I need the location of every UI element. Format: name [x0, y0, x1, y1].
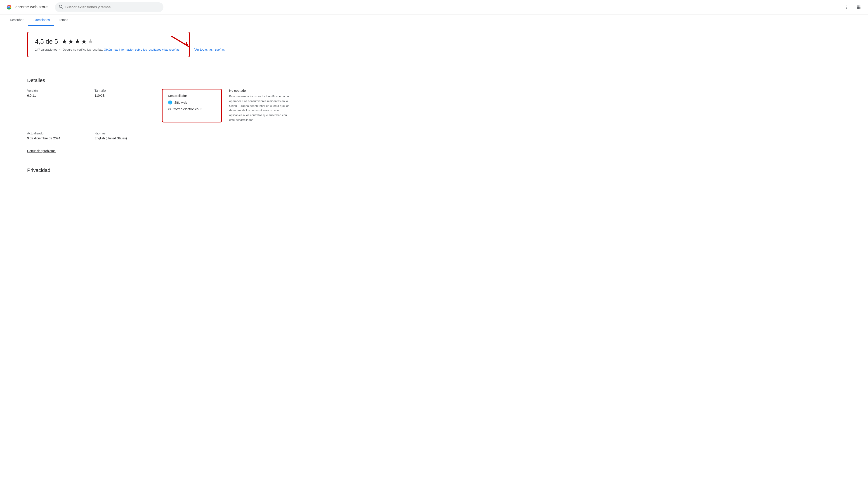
developer-title: Desarrollador	[168, 94, 216, 98]
mail-icon: ✉	[168, 107, 171, 111]
languages-item: Idiomas English (United States)	[94, 131, 155, 140]
details-grid-2: Actualizado 9 de diciembre de 2024 Idiom…	[27, 131, 289, 140]
svg-point-2	[8, 6, 10, 8]
svg-point-5	[846, 5, 847, 6]
version-label: Versión	[27, 89, 87, 92]
updated-item: Actualizado 9 de diciembre de 2024	[27, 131, 87, 140]
main-content: 4,5 de 5 ★ ★ ★ ★ ★ 147 valoraciones • Go…	[0, 26, 316, 179]
svg-rect-13	[860, 7, 860, 8]
denunciar-link[interactable]: Denunciar problema	[27, 149, 56, 153]
more-options-button[interactable]	[843, 3, 851, 11]
no-operator-title: No operador	[229, 89, 289, 92]
divider-1	[27, 70, 289, 70]
svg-rect-10	[860, 5, 860, 6]
logo-area: chrome web store	[5, 4, 48, 11]
svg-point-7	[846, 8, 847, 9]
tab-extensiones[interactable]: Extensiones	[28, 14, 54, 26]
star-3: ★	[74, 38, 80, 45]
svg-point-6	[846, 7, 847, 7]
developer-box: Desarrollador 🌐 Sitio web ✉ Correo elect…	[162, 89, 222, 123]
size-item: Tamaño 110KiB	[94, 89, 155, 123]
version-item: Versión 6.0.11	[27, 89, 87, 123]
svg-rect-16	[860, 8, 860, 9]
empty-col-1	[162, 131, 222, 140]
email-row[interactable]: ✉ Correo electrónico ▾	[168, 107, 216, 111]
star-5: ★	[88, 38, 93, 45]
no-operator-text: Este desarrollador no se ha identificado…	[229, 94, 289, 123]
header: chrome web store	[0, 0, 868, 14]
svg-rect-12	[858, 7, 859, 8]
empty-col-2	[229, 131, 289, 140]
details-grid: Versión 6.0.11 Tamaño 110KiB Desarrollad…	[27, 89, 289, 123]
denunciar-container: Denunciar problema	[27, 149, 289, 153]
languages-value: English (United States)	[94, 136, 155, 140]
search-input[interactable]	[65, 5, 160, 9]
dot-separator: •	[59, 48, 61, 51]
no-operator-section: No operador Este desarrollador no se ha …	[229, 89, 289, 123]
size-value: 110KiB	[94, 94, 155, 97]
verify-text: Google no verifica las reseñas.	[63, 48, 103, 51]
search-bar[interactable]	[55, 2, 163, 12]
chevron-down-icon: ▾	[200, 107, 202, 111]
app-title: chrome web store	[16, 5, 48, 9]
privacidad-title: Privacidad	[27, 167, 289, 173]
svg-rect-8	[857, 5, 858, 6]
rating-subtext: 147 valoraciones • Google no verifica la…	[35, 48, 182, 51]
star-1: ★	[61, 38, 67, 45]
apps-button[interactable]	[855, 3, 863, 11]
rating-box: 4,5 de 5 ★ ★ ★ ★ ★ 147 valoraciones • Go…	[27, 32, 190, 57]
sitio-web-text: Sitio web	[174, 101, 187, 104]
chrome-logo-icon	[5, 4, 13, 11]
correo-text: Correo electrónico	[173, 107, 198, 111]
svg-rect-9	[858, 5, 859, 6]
details-title: Detalles	[27, 77, 289, 84]
search-icon	[59, 4, 63, 10]
star-4: ★	[81, 38, 87, 45]
tab-descubrir[interactable]: Descubrir	[5, 14, 28, 26]
size-label: Tamaño	[94, 89, 155, 92]
sitio-web-link[interactable]: 🌐 Sitio web	[168, 100, 216, 105]
updated-label: Actualizado	[27, 131, 87, 135]
svg-rect-15	[858, 8, 859, 9]
stars-display: ★ ★ ★ ★ ★	[61, 38, 93, 45]
svg-line-4	[62, 7, 63, 8]
svg-rect-14	[857, 8, 858, 9]
rating-count: 147 valoraciones	[35, 48, 57, 51]
header-actions	[843, 3, 863, 11]
rating-value: 4,5 de 5	[35, 38, 58, 45]
version-value: 6.0.11	[27, 94, 87, 97]
svg-rect-11	[857, 7, 858, 8]
languages-label: Idiomas	[94, 131, 155, 135]
nav-tabs: Descubrir Extensiones Temas	[0, 14, 868, 26]
red-arrow-annotation	[167, 32, 197, 52]
star-2: ★	[68, 38, 74, 45]
globe-icon: 🌐	[168, 100, 173, 105]
divider-2	[27, 160, 289, 160]
tab-temas[interactable]: Temas	[54, 14, 72, 26]
svg-point-3	[59, 5, 62, 8]
updated-value: 9 de diciembre de 2024	[27, 136, 87, 140]
ver-todas-link[interactable]: Ver todas las reseñas	[194, 48, 225, 51]
rating-row: 4,5 de 5 ★ ★ ★ ★ ★	[35, 38, 182, 45]
